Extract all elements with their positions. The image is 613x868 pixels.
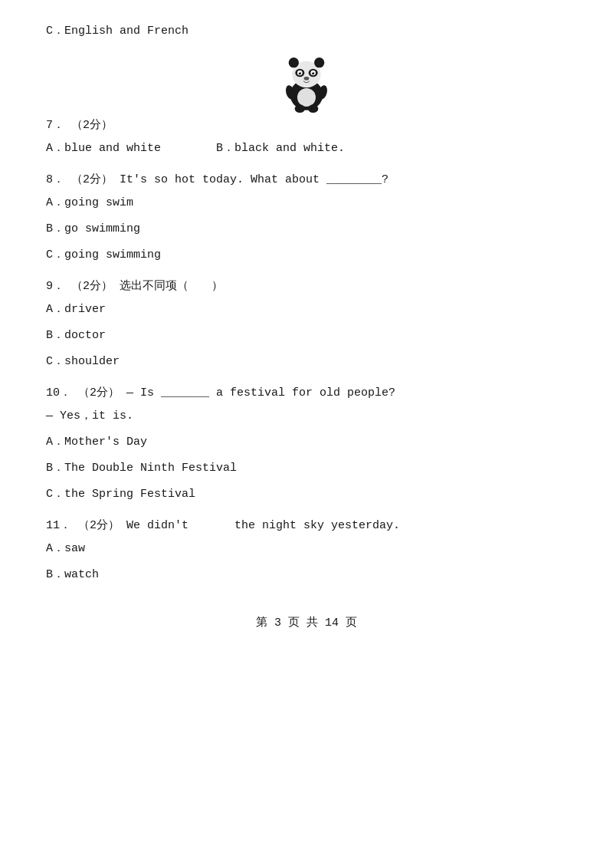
q8-stem: 8． （2分） It's so hot today. What about __…: [46, 172, 567, 186]
q8-number: 8．: [46, 173, 64, 186]
q10-stem-text: — Is _______ a festival for old people?: [126, 386, 395, 399]
svg-point-17: [308, 104, 318, 113]
svg-point-11: [299, 72, 300, 73]
panda-svg: [276, 51, 337, 113]
q9-number: 9．: [46, 280, 64, 293]
c-option-top-text: C．English and French: [46, 25, 188, 38]
q10-option-a: A．Mother's Day: [46, 433, 567, 452]
q8-option-a: A．going swim: [46, 194, 567, 212]
question-11: 11． （2分） We didn't the night sky yesterd…: [46, 518, 567, 584]
q8-option-c: C．going swimming: [46, 246, 567, 265]
q11-stem: 11． （2分） We didn't the night sky yesterd…: [46, 518, 567, 532]
svg-point-13: [304, 77, 310, 81]
svg-point-3: [289, 58, 299, 67]
q8-option-b: B．go swimming: [46, 220, 567, 238]
q10-option-b: B．The Double Ninth Festival: [46, 459, 567, 478]
q8-stem-text: It's so hot today. What about ________?: [120, 173, 388, 186]
question-10: 10． （2分） — Is _______ a festival for old…: [46, 385, 567, 504]
question-9: 9． （2分） 选出不同项（ ） A．driver B．doctor C．sho…: [46, 278, 567, 371]
svg-point-16: [295, 104, 305, 113]
question-8: 8． （2分） It's so hot today. What about __…: [46, 172, 567, 265]
q9-option-b: B．doctor: [46, 327, 567, 345]
q10-number: 10．: [46, 386, 71, 399]
q9-stem-text: 选出不同项（ ）: [120, 280, 223, 293]
q9-points: （2分）: [71, 280, 113, 293]
q8-points: （2分）: [71, 173, 113, 186]
q10-stem: 10． （2分） — Is _______ a festival for old…: [46, 385, 567, 399]
q7-stem: 7． （2分）: [46, 117, 567, 132]
page-footer: 第 3 页 共 14 页: [46, 615, 567, 630]
panda-image: [46, 51, 567, 113]
svg-point-12: [312, 72, 313, 73]
svg-point-1: [297, 88, 316, 107]
q11-option-a: A．saw: [46, 540, 567, 558]
q7-option-a: A．blue and white B．black and white.: [46, 140, 567, 158]
q10-option-c: C．the Spring Festival: [46, 485, 567, 504]
q11-stem-text: We didn't the night sky yesterday.: [126, 519, 400, 532]
q7-number: 7．: [46, 119, 64, 132]
q11-points: （2分）: [78, 519, 120, 532]
c-option-top: C．English and French: [46, 23, 567, 38]
q11-number: 11．: [46, 519, 71, 532]
q11-option-b: B．watch: [46, 566, 567, 584]
q9-option-a: A．driver: [46, 301, 567, 319]
q7-points: （2分）: [71, 119, 113, 132]
svg-point-4: [314, 58, 324, 67]
q9-stem: 9． （2分） 选出不同项（ ）: [46, 278, 567, 293]
q9-option-c: C．shoulder: [46, 353, 567, 371]
q10-response: — Yes，it is.: [46, 407, 567, 426]
page-number: 第 3 页 共 14 页: [256, 616, 357, 630]
q10-points: （2分）: [78, 386, 120, 399]
question-7: 7． （2分） A．blue and white B．black and whi…: [46, 117, 567, 158]
